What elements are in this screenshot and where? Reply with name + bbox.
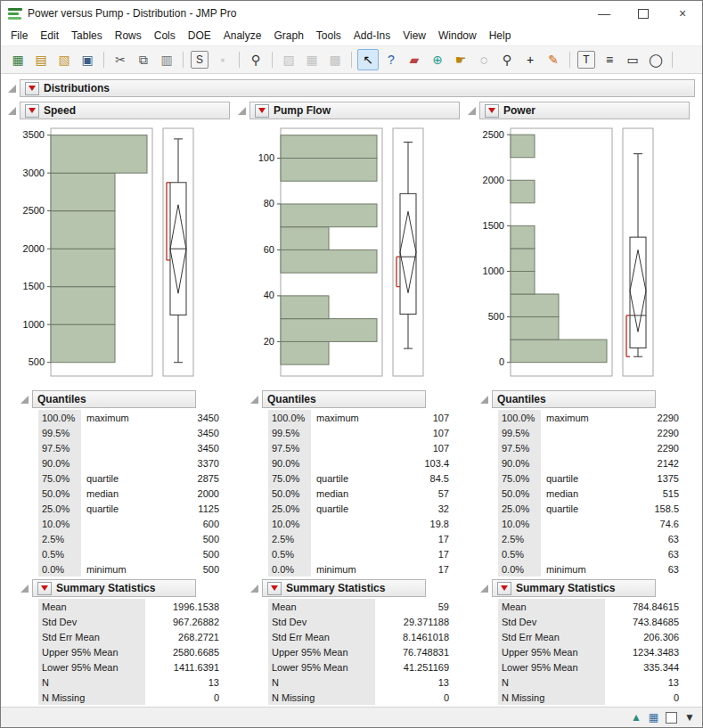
red-triangle-menu-power-summary-statistics[interactable] — [497, 582, 511, 595]
speed-header: Speed — [20, 102, 230, 119]
quantile-row: 90.0%3370 — [38, 455, 221, 470]
paste-special-icon[interactable]: ▨ — [278, 49, 299, 70]
summary-row: Mean59 — [268, 599, 451, 614]
copy-icon[interactable]: ⧉ — [133, 49, 154, 70]
histogram-bar[interactable] — [51, 135, 147, 174]
menu-doe[interactable]: DOE — [182, 27, 217, 45]
quantile-value: 500 — [133, 534, 221, 544]
menu-tools[interactable]: Tools — [310, 27, 347, 45]
disclosure-icon-speed[interactable] — [8, 107, 16, 115]
histogram-bar[interactable] — [281, 204, 377, 227]
maximize-button[interactable] — [624, 1, 663, 26]
disclosure-icon-pump-flow[interactable] — [238, 107, 246, 115]
annotate-icon[interactable]: T — [577, 51, 595, 69]
lasso-tool-icon[interactable]: ◌ — [473, 49, 495, 70]
magnifier-tool-icon[interactable]: ⚲ — [496, 49, 518, 70]
histogram-bar[interactable] — [511, 180, 535, 203]
menu-edit[interactable]: Edit — [34, 27, 65, 45]
copy-script-icon[interactable]: S — [191, 51, 208, 69]
histogram-bar[interactable] — [511, 225, 535, 249]
data-table-icon[interactable]: ▦ — [649, 712, 658, 723]
brush-tool-icon[interactable]: ▰ — [404, 49, 425, 70]
menu-rows[interactable]: Rows — [109, 27, 148, 45]
disclosure-icon-power-summary-statistics[interactable] — [480, 585, 488, 593]
grabber-tool-icon[interactable]: ☛ — [450, 49, 471, 70]
new-data-table-icon[interactable]: ▦ — [7, 49, 29, 70]
red-triangle-menu-speed[interactable] — [25, 104, 39, 118]
pump-flow-summary-statistics-header: Summary Statistics — [262, 579, 426, 597]
menu-tables[interactable]: Tables — [65, 27, 109, 45]
menu-help[interactable]: Help — [483, 27, 518, 45]
histogram-bar[interactable] — [51, 287, 115, 325]
quantile-name: maximum — [81, 413, 133, 423]
histogram-bar[interactable] — [281, 296, 329, 319]
pencil-tool-icon[interactable]: ✎ — [543, 49, 564, 70]
quantile-name: maximum — [311, 413, 363, 423]
histogram-bar[interactable] — [51, 249, 115, 287]
histogram-bar[interactable] — [281, 341, 329, 364]
histogram-bar[interactable] — [51, 173, 115, 211]
histogram-bar[interactable] — [281, 158, 377, 181]
red-triangle-menu-pump-flow-summary-statistics[interactable] — [267, 582, 282, 595]
menu-window[interactable]: Window — [432, 27, 483, 45]
summary-label: Lower 95% Mean — [268, 659, 375, 675]
histogram-bar[interactable] — [281, 135, 377, 159]
histogram-bar[interactable] — [281, 249, 377, 273]
histogram-bar[interactable] — [281, 227, 329, 250]
copy-graph-icon[interactable]: ▩ — [324, 49, 346, 70]
window-selector-icon[interactable] — [666, 712, 677, 724]
histogram-bar[interactable] — [51, 324, 115, 363]
red-triangle-menu-pump-flow[interactable] — [255, 104, 269, 118]
open-icon[interactable]: ▧ — [53, 49, 75, 70]
quantile-value: 2290 — [593, 428, 681, 438]
histogram-bar[interactable] — [511, 294, 559, 317]
menu-graph[interactable]: Graph — [267, 27, 309, 45]
quantile-name: maximum — [541, 413, 593, 423]
histogram-bar[interactable] — [51, 211, 115, 249]
disclosure-icon-distributions[interactable] — [8, 85, 16, 93]
speed-histogram-chart[interactable]: 500100015002000250030003500 — [10, 121, 224, 387]
minimize-button[interactable]: — — [584, 1, 624, 26]
line-annotation-icon[interactable]: ≡ — [599, 49, 620, 70]
search-icon[interactable]: ⚲ — [245, 49, 266, 70]
menu-add-ins[interactable]: Add-Ins — [347, 27, 396, 45]
quantile-row: 0.0%minimum63 — [498, 561, 681, 577]
red-triangle-menu-speed-summary-statistics[interactable] — [37, 582, 52, 595]
resize-grip-icon[interactable]: ▼ — [684, 712, 695, 723]
menu-cols[interactable]: Cols — [148, 27, 182, 45]
disclosure-icon-speed-quantiles[interactable] — [20, 396, 29, 404]
rectangle-annotation-icon[interactable]: ▭ — [622, 49, 643, 70]
close-button[interactable]: × — [663, 1, 702, 26]
copy-table-icon[interactable]: ▦ — [301, 49, 323, 70]
paste-icon[interactable]: ▥ — [156, 49, 177, 70]
menu-file[interactable]: File — [4, 27, 34, 45]
arrow-tool-icon[interactable]: ↖ — [357, 49, 379, 70]
histogram-bar[interactable] — [511, 271, 535, 294]
histogram-bar[interactable] — [511, 249, 535, 272]
histogram-bar[interactable] — [511, 339, 607, 363]
summary-label: Std Dev — [268, 614, 375, 629]
lock-icon[interactable]: ▪ — [212, 49, 233, 70]
globe-icon[interactable]: ⊕ — [427, 49, 448, 70]
disclosure-icon-pump-flow-quantiles[interactable] — [250, 396, 258, 404]
menu-view[interactable]: View — [396, 27, 432, 45]
disclosure-icon-power-quantiles[interactable] — [480, 396, 488, 404]
menu-analyze[interactable]: Analyze — [217, 27, 268, 45]
histogram-bar[interactable] — [511, 317, 559, 340]
red-triangle-menu-power[interactable] — [485, 104, 499, 118]
disclosure-icon-power[interactable] — [468, 107, 476, 115]
oval-annotation-icon[interactable]: ◯ — [645, 49, 666, 70]
histogram-bar[interactable] — [281, 319, 377, 342]
disclosure-icon-pump-flow-summary-statistics[interactable] — [250, 585, 258, 593]
scroll-to-top-icon[interactable]: ▲ — [631, 712, 642, 723]
crosshair-tool-icon[interactable]: + — [519, 49, 541, 70]
histogram-bar[interactable] — [511, 135, 535, 158]
save-icon[interactable]: ▣ — [77, 49, 98, 70]
power-histogram-chart[interactable]: 05001000150020002500 — [470, 121, 683, 387]
pump-flow-histogram-chart[interactable]: 20406080100 — [240, 121, 454, 387]
disclosure-icon-speed-summary-statistics[interactable] — [20, 585, 29, 593]
new-journal-icon[interactable]: ▤ — [30, 49, 52, 70]
cut-icon[interactable]: ✂ — [110, 49, 131, 70]
help-tool-icon[interactable]: ? — [380, 49, 402, 70]
red-triangle-menu-distributions[interactable] — [25, 82, 39, 95]
